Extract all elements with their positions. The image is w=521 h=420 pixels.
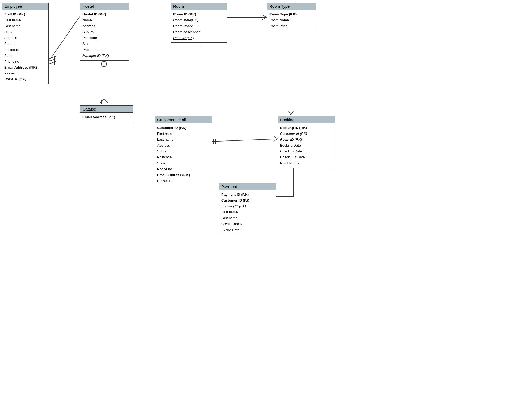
entity-room: Room Room ID (P.K) Room Type(F.K) Room I… xyxy=(171,3,227,43)
roomtype-field-price: Room Price xyxy=(269,23,314,29)
booking-field-checkin: Check In Date xyxy=(280,148,333,154)
hostel-field-id: Hostel ID (P.K) xyxy=(82,11,127,17)
svg-line-11 xyxy=(104,99,108,103)
svg-line-9 xyxy=(100,99,104,103)
employee-field-hostelid: Hostel ID (F.k) xyxy=(4,76,46,82)
room-field-image: Room Image xyxy=(173,23,224,29)
entity-customerdetail-header: Customer Detail xyxy=(155,116,212,123)
hostel-field-name: Name xyxy=(82,17,127,23)
entity-payment-header: Payment xyxy=(219,183,276,190)
room-field-hotelid: Hotel ID (F.K) xyxy=(173,35,224,41)
hostel-field-address: Address xyxy=(82,23,127,29)
customer-field-postcode: Postcode xyxy=(157,154,210,160)
booking-field-id: Booking ID (P.K) xyxy=(280,125,333,131)
entity-employee-header: Employee xyxy=(2,3,48,10)
entity-room-header: Room xyxy=(171,3,227,10)
employee-field-address: Address xyxy=(4,35,46,41)
booking-field-roomid: Room ID (F.K) xyxy=(280,137,333,143)
entity-hostel-body: Hostel ID (P.K) Name Address Suburb Post… xyxy=(80,10,129,60)
payment-field-firstname: First name xyxy=(221,209,274,215)
customer-field-lastname: Last name xyxy=(157,137,210,143)
hostel-field-suburb: Suburb xyxy=(82,29,127,35)
svg-line-3 xyxy=(49,56,56,59)
entity-roomtype-header: Room Type xyxy=(267,3,316,10)
customer-field-firstname: First name xyxy=(157,131,210,137)
svg-line-31 xyxy=(274,136,278,139)
hostel-field-managerid: Manager ID (F.K) xyxy=(82,53,127,59)
employee-field-dob: DOB xyxy=(4,29,46,35)
erd-diagram: Employee Staff ID (P.K) First name Last … xyxy=(0,0,521,420)
customer-field-phone: Phone no xyxy=(157,166,210,172)
entity-catalog: Catalog Email Address (P.K) xyxy=(80,105,133,122)
entity-customerdetail: Customer Detail Customer ID (P.K) First … xyxy=(155,116,212,186)
customer-field-id: Customer ID (P.K) xyxy=(157,125,210,131)
svg-line-26 xyxy=(291,111,294,115)
entity-employee: Employee Staff ID (P.K) First name Last … xyxy=(2,3,49,84)
employee-field-postcode: Postcode xyxy=(4,47,46,53)
svg-line-28 xyxy=(211,139,278,142)
entity-booking-header: Booking xyxy=(278,116,335,123)
svg-line-17 xyxy=(262,15,267,17)
employee-field-email: Email Address (P.K) xyxy=(4,65,46,70)
employee-field-password: Password xyxy=(4,70,46,76)
room-field-type: Room Type(F.K) xyxy=(173,17,224,23)
customer-field-email: Email Address (P.K) xyxy=(157,172,210,178)
svg-line-24 xyxy=(288,111,291,115)
entity-hostel: Hostel Hostel ID (P.K) Name Address Subu… xyxy=(80,3,129,61)
payment-field-customerid: Customer ID (P.K) xyxy=(221,198,274,203)
room-field-id: Room ID (P.K) xyxy=(173,11,224,17)
entity-room-body: Room ID (P.K) Room Type(F.K) Room Image … xyxy=(171,10,227,42)
employee-field-firstname: First name xyxy=(4,17,46,23)
customer-field-address: Address xyxy=(157,143,210,148)
hostel-field-postcode: Postcode xyxy=(82,35,127,41)
hostel-field-state: State xyxy=(82,41,127,47)
svg-point-8 xyxy=(101,61,107,67)
booking-field-checkout: Check Out Date xyxy=(280,154,333,160)
entity-booking-body: Booking ID (P.K) Customer Id (F.K) Room … xyxy=(278,123,335,168)
employee-field-state: State xyxy=(4,53,46,59)
svg-line-18 xyxy=(262,17,267,20)
payment-field-expire: Expire Date xyxy=(221,227,274,233)
payment-field-creditcard: Credit Card No xyxy=(221,221,274,227)
payment-field-lastname: Last name xyxy=(221,215,274,221)
entity-roomtype-body: Room Type (P.K) Room Name Room Price xyxy=(267,10,316,31)
booking-field-customerid: Customer Id (F.K) xyxy=(280,131,333,137)
customer-field-password: Password xyxy=(157,178,210,184)
entity-payment: Payment Payment ID (P.K) Customer ID (P.… xyxy=(219,183,276,235)
svg-line-32 xyxy=(274,139,278,142)
svg-line-5 xyxy=(49,61,56,64)
booking-field-date: Booking Date xyxy=(280,143,333,148)
payment-field-bookingid: Booking ID (F.k) xyxy=(221,203,274,209)
employee-field-lastname: Last name xyxy=(4,23,46,29)
employee-field-suburb: Suburb xyxy=(4,41,46,47)
entity-employee-body: Staff ID (P.K) First name Last name DOB … xyxy=(2,10,48,84)
svg-line-4 xyxy=(49,59,56,61)
entity-hostel-header: Hostel xyxy=(80,3,129,10)
entity-roomtype: Room Type Room Type (P.K) Room Name Room… xyxy=(267,3,316,31)
entity-catalog-header: Catalog xyxy=(80,106,133,113)
entity-booking: Booking Booking ID (P.K) Customer Id (F.… xyxy=(278,116,335,168)
room-field-description: Room description xyxy=(173,29,224,35)
booking-field-nights: No of Nights xyxy=(280,160,333,166)
hostel-field-phone: Phone no xyxy=(82,47,127,53)
employee-field-staffid: Staff ID (P.K) xyxy=(4,11,46,17)
entity-catalog-body: Email Address (P.K) xyxy=(80,113,133,122)
customer-field-state: State xyxy=(157,160,210,166)
payment-field-id: Payment ID (P.K) xyxy=(221,192,274,198)
catalog-field-email: Email Address (P.K) xyxy=(82,114,131,120)
svg-line-0 xyxy=(49,16,80,61)
entity-payment-body: Payment ID (P.K) Customer ID (P.K) Booki… xyxy=(219,190,276,235)
roomtype-field-id: Room Type (P.K) xyxy=(269,11,314,17)
customer-field-suburb: Suburb xyxy=(157,148,210,154)
roomtype-field-name: Room Name xyxy=(269,17,314,23)
employee-field-phone: Phone no xyxy=(4,59,46,65)
entity-customerdetail-body: Customer ID (P.K) First name Last name A… xyxy=(155,123,212,186)
